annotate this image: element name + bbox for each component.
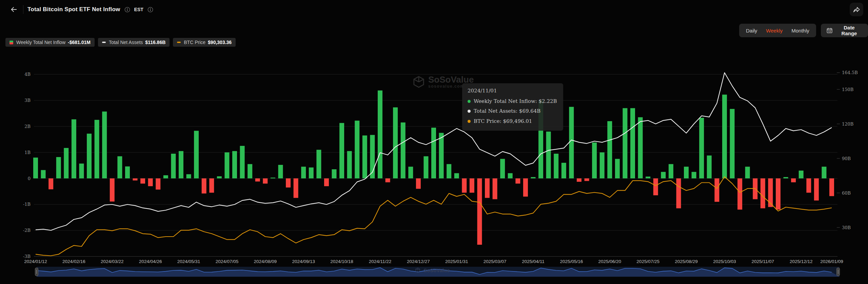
inflow-bar[interactable] (332, 169, 337, 178)
inflow-bar[interactable] (316, 150, 321, 178)
legend-chip-total-net-assets[interactable]: Total Net Assets $116.86B (98, 38, 170, 47)
legend-chip-btc-price[interactable]: BTC Price $90,303.36 (173, 38, 236, 47)
inflow-bar[interactable] (646, 177, 650, 178)
inflow-bar[interactable] (554, 154, 558, 178)
inflow-bar[interactable] (676, 178, 681, 208)
inflow-bar[interactable] (508, 173, 513, 178)
inflow-bar[interactable] (217, 176, 222, 178)
inflow-bar[interactable] (309, 168, 314, 178)
share-button[interactable] (850, 3, 863, 16)
inflow-bar[interactable] (761, 178, 765, 208)
info-icon[interactable] (124, 7, 130, 13)
inflow-bar[interactable] (362, 135, 367, 178)
inflow-bar[interactable] (829, 178, 834, 196)
inflow-bar[interactable] (64, 148, 68, 178)
inflow-bar[interactable] (56, 157, 61, 178)
inflow-bar[interactable] (140, 178, 145, 183)
inflow-bar[interactable] (546, 132, 551, 178)
inflow-bar[interactable] (600, 152, 605, 178)
inflow-bar[interactable] (730, 109, 735, 178)
inflow-bar[interactable] (224, 152, 229, 178)
inflow-bar[interactable] (462, 178, 467, 193)
inflow-bar[interactable] (232, 151, 237, 178)
inflow-bar[interactable] (607, 121, 612, 178)
inflow-bar[interactable] (638, 117, 643, 178)
inflow-bar[interactable] (378, 90, 382, 178)
inflow-bar[interactable] (585, 178, 589, 181)
inflow-bar[interactable] (209, 178, 214, 193)
inflow-bar[interactable] (493, 178, 497, 199)
inflow-bar[interactable] (737, 178, 742, 210)
inflow-bar[interactable] (324, 178, 329, 186)
inflow-bar[interactable] (577, 178, 581, 182)
inflow-bar[interactable] (515, 178, 520, 183)
inflow-bar[interactable] (768, 178, 773, 207)
inflow-bar[interactable] (41, 170, 46, 178)
inflow-bar[interactable] (386, 178, 390, 182)
inflow-bar[interactable] (722, 95, 727, 178)
inflow-bar[interactable] (707, 155, 712, 178)
inflow-bar[interactable] (822, 167, 826, 178)
inflow-bar[interactable] (263, 178, 268, 183)
inflow-bar[interactable] (87, 134, 92, 178)
inflow-bar[interactable] (714, 178, 719, 202)
inflow-bar[interactable] (255, 178, 260, 181)
back-button[interactable] (9, 4, 19, 15)
inflow-bar[interactable] (286, 178, 291, 188)
inflow-bar[interactable] (95, 120, 99, 178)
inflow-bar[interactable] (401, 123, 406, 178)
inflow-bar[interactable] (163, 175, 168, 178)
inflow-bar[interactable] (408, 167, 413, 178)
inflow-bar[interactable] (799, 171, 804, 178)
inflow-bar[interactable] (523, 178, 528, 197)
inflow-bar[interactable] (684, 167, 689, 178)
inflow-bar[interactable] (630, 108, 635, 178)
inflow-bar[interactable] (186, 174, 191, 178)
inflow-bar[interactable] (102, 111, 107, 178)
inflow-bar[interactable] (271, 178, 275, 178)
inflow-bar[interactable] (393, 107, 398, 178)
inflow-bar[interactable] (814, 178, 819, 200)
inflow-bar[interactable] (194, 131, 199, 178)
inflow-bar[interactable] (447, 164, 451, 178)
inflow-bar[interactable] (454, 173, 459, 178)
inflow-bar[interactable] (355, 121, 359, 178)
inflow-bar[interactable] (531, 177, 536, 178)
inflow-bar[interactable] (661, 172, 666, 178)
inflow-bar[interactable] (477, 178, 482, 245)
inflow-bar[interactable] (240, 146, 245, 178)
inflow-bar[interactable] (592, 143, 597, 178)
inflow-bar[interactable] (784, 177, 788, 178)
inflow-bar[interactable] (791, 178, 796, 182)
inflow-bar[interactable] (171, 154, 176, 178)
inflow-bar[interactable] (179, 151, 183, 178)
inflow-bar[interactable] (202, 178, 206, 194)
inflow-bar[interactable] (347, 151, 352, 178)
inflow-bar[interactable] (776, 178, 781, 210)
inflow-bar[interactable] (485, 178, 490, 198)
inflow-bar[interactable] (110, 178, 115, 201)
inflow-bar[interactable] (294, 178, 298, 198)
interval-weekly-button[interactable]: Weekly (766, 28, 783, 34)
inflow-bar[interactable] (248, 164, 252, 178)
inflow-bar[interactable] (692, 172, 696, 178)
inflow-bar[interactable] (79, 163, 84, 178)
inflow-bar[interactable] (500, 159, 505, 178)
info-icon[interactable] (147, 7, 153, 13)
inflow-bar[interactable] (745, 167, 750, 178)
inflow-bar[interactable] (423, 156, 428, 178)
inflow-bar[interactable] (148, 178, 153, 186)
inflow-bar[interactable] (339, 123, 344, 178)
inflow-bar[interactable] (278, 165, 283, 178)
inflow-bar[interactable] (125, 167, 130, 178)
inflow-bar[interactable] (431, 128, 436, 178)
inflow-bar[interactable] (48, 178, 53, 189)
inflow-bar[interactable] (156, 178, 160, 190)
inflow-bar[interactable] (416, 178, 421, 189)
inflow-bar[interactable] (569, 107, 574, 178)
inflow-bar[interactable] (669, 164, 673, 178)
interval-monthly-button[interactable]: Monthly (791, 28, 809, 34)
date-range-button[interactable]: 12 Date Range (821, 24, 868, 37)
inflow-bar[interactable] (653, 178, 658, 195)
inflow-bar[interactable] (806, 178, 811, 193)
